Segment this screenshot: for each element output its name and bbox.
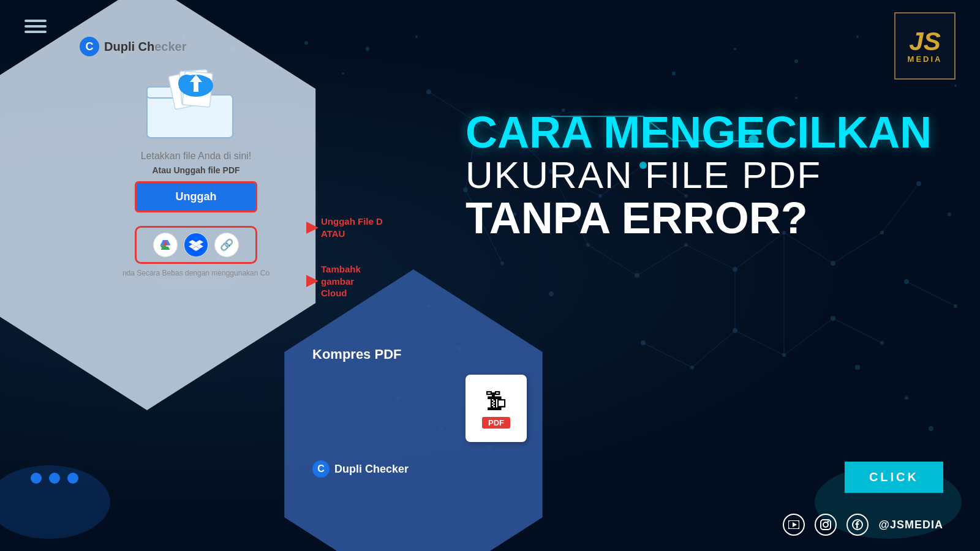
title-line-2: UKURAN FILE PDF <box>466 154 943 196</box>
dupli-c-icon: C <box>80 37 99 56</box>
pdf-file-icon: 🗜 PDF <box>466 375 527 442</box>
title-line-3: TANPA ERROR? <box>466 196 943 240</box>
page-content: JS MEDIA C Dupli Checker <box>0 0 980 551</box>
dupli-checker-text: Dupli Checker <box>104 40 187 54</box>
annotation-cloud: Tambahk gambar Cloud <box>321 263 361 299</box>
main-title-block: CARA MENGECILKAN UKURAN FILE PDF TANPA E… <box>466 110 943 240</box>
social-handle: @JSMEDIA <box>878 519 943 531</box>
drop-text: Letakkan file Anda di sini! <box>67 151 325 162</box>
upload-label: Atau Unggah file PDF <box>67 165 325 175</box>
svg-point-94 <box>178 75 195 92</box>
brand-logo: JS MEDIA <box>894 12 956 80</box>
dropbox-icon[interactable] <box>184 233 208 257</box>
kompres-label: Kompres PDF <box>312 347 527 362</box>
svg-marker-98 <box>276 275 318 287</box>
upload-button[interactable]: Unggah <box>135 181 257 212</box>
dot-1 <box>31 473 42 484</box>
google-drive-icon[interactable] <box>153 233 178 257</box>
dot-2 <box>49 473 60 484</box>
arrow-cloud: Tambahk gambar Cloud <box>276 263 361 299</box>
title-line-1: CARA MENGECILKAN <box>466 110 943 154</box>
upload-button-wrapper: Unggah <box>67 181 325 220</box>
dot-3 <box>67 473 78 484</box>
click-button[interactable]: CLiCK <box>845 462 943 493</box>
left-panel-content: C Dupli Checker Letakkan file Anda di <box>67 37 325 277</box>
pdf-badge: PDF <box>482 417 510 429</box>
youtube-icon[interactable] <box>783 514 805 536</box>
red-arrow-1 <box>276 219 318 237</box>
pagination-dots <box>31 473 78 484</box>
logo-initials: JS <box>909 29 940 54</box>
dupli-c-bottom: C <box>312 460 330 478</box>
svg-point-103 <box>823 522 828 527</box>
facebook-icon[interactable] <box>846 514 869 536</box>
svg-point-95 <box>198 77 213 92</box>
cloud-icons-row: 🔗 <box>135 226 257 264</box>
dupli-checker-bottom-text: Dupli Checker <box>334 463 409 476</box>
dupli-checker-logo: C Dupli Checker <box>67 37 325 56</box>
dupli-checker-bottom: C Dupli Checker <box>312 460 527 478</box>
instagram-icon[interactable] <box>815 514 837 536</box>
logo-subtitle: MEDIA <box>908 54 943 64</box>
svg-marker-97 <box>276 222 318 234</box>
arrow-upload: Unggah File D ATAU <box>276 216 383 239</box>
svg-rect-102 <box>821 520 831 530</box>
pdf-icon-wrapper: 🗜 PDF <box>312 375 527 442</box>
zip-icon: 🗜 <box>485 389 507 414</box>
upload-svg <box>135 61 257 141</box>
svg-point-104 <box>827 521 829 523</box>
red-arrow-2 <box>276 272 318 290</box>
upload-illustration <box>67 61 325 143</box>
bottom-hex-content: Kompres PDF 🗜 PDF C Dupli Checker <box>312 347 527 478</box>
social-bar: @JSMEDIA <box>783 514 943 536</box>
annotation-upload: Unggah File D ATAU <box>321 216 383 239</box>
link-icon[interactable]: 🔗 <box>214 233 239 257</box>
